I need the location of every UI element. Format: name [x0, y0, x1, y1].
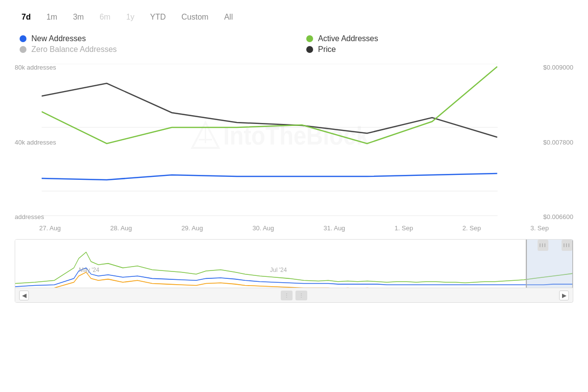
legend-price[interactable]: Price [306, 45, 573, 54]
time-btn-6m: 6m [93, 10, 117, 24]
legend-dot-price [306, 46, 313, 53]
time-btn-7d[interactable]: 7d [15, 10, 38, 24]
nav-controls: ◀ ⋮ ⋮ ▶ [15, 288, 573, 302]
svg-rect-12 [538, 240, 548, 251]
x-label-0: 27. Aug [39, 224, 61, 232]
legend-label-new-addresses: New Addresses [31, 34, 86, 43]
legend-dot-zero-balance [20, 46, 26, 53]
time-btn-all[interactable]: All [217, 10, 240, 24]
legend-dot-active-addresses [306, 35, 313, 42]
x-label-1: 28. Aug [110, 224, 132, 232]
time-btn-custom[interactable]: Custom [174, 10, 215, 24]
chart-wrapper: 80k addresses 40k addresses addresses $0… [15, 64, 573, 303]
time-btn-1m[interactable]: 1m [40, 10, 64, 24]
chart-legend: New Addresses Active Addresses Zero Bala… [15, 34, 573, 54]
mini-chart-container[interactable]: May '24 Jul '24 ◀ ⋮ ⋮ ▶ [15, 239, 573, 303]
mini-label-may: May '24 [79, 267, 99, 273]
x-label-6: 2. Sep [463, 224, 481, 232]
new-addresses-line [42, 173, 497, 180]
x-label-5: 1. Sep [394, 224, 413, 232]
legend-dot-new-addresses [20, 35, 26, 42]
x-axis: 27. Aug 28. Aug 29. Aug 30. Aug 31. Aug … [15, 220, 573, 232]
x-label-2: 29. Aug [181, 224, 203, 232]
main-container: 7d 1m 3m 6m 1y YTD Custom All New Addres… [0, 0, 588, 392]
x-label-4: 31. Aug [323, 224, 345, 232]
main-chart: 80k addresses 40k addresses addresses $0… [15, 64, 573, 220]
legend-active-addresses[interactable]: Active Addresses [306, 34, 573, 43]
x-label-7: 3. Sep [530, 224, 549, 232]
legend-label-active-addresses: Active Addresses [318, 34, 378, 43]
x-label-3: 30. Aug [252, 224, 274, 232]
nav-arrow-left[interactable]: ◀ [19, 291, 29, 300]
legend-zero-balance[interactable]: Zero Balance Addresses [20, 45, 287, 54]
legend-label-price: Price [318, 45, 336, 54]
time-range-selector: 7d 1m 3m 6m 1y YTD Custom All [15, 10, 573, 24]
legend-new-addresses[interactable]: New Addresses [20, 34, 287, 43]
mini-label-jul: Jul '24 [270, 267, 287, 273]
legend-label-zero-balance: Zero Balance Addresses [31, 45, 117, 54]
main-chart-svg: IntoTheBlock [15, 64, 573, 220]
nav-arrow-right[interactable]: ▶ [559, 291, 569, 300]
nav-handle-right[interactable]: ⋮ [295, 291, 307, 300]
svg-rect-16 [562, 240, 572, 251]
nav-handle-left[interactable]: ⋮ [281, 291, 293, 300]
time-btn-1y: 1y [119, 10, 141, 24]
time-btn-3m[interactable]: 3m [66, 10, 91, 24]
time-btn-ytd[interactable]: YTD [143, 10, 172, 24]
